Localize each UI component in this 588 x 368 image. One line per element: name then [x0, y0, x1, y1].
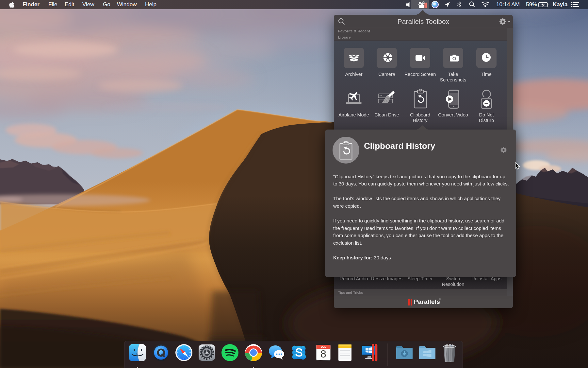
- svg-text:8: 8: [320, 348, 326, 360]
